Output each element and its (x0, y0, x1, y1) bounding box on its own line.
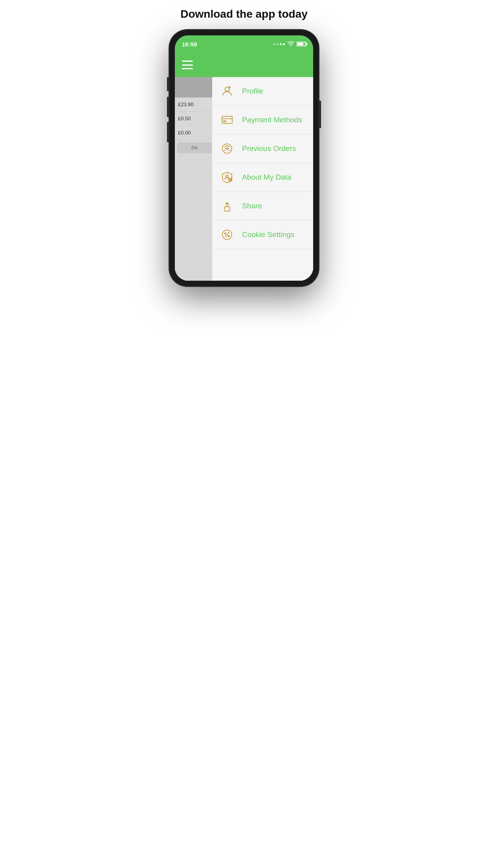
menu-item-profile[interactable]: Profile (212, 77, 313, 106)
dot-2 (277, 43, 279, 45)
page-wrapper: Download the app today 16:59 (163, 8, 325, 286)
hamburger-icon[interactable] (182, 61, 193, 69)
status-icons (273, 41, 306, 47)
vol-down-button (167, 122, 169, 142)
svg-point-18 (226, 236, 226, 237)
status-bar: 16:59 (175, 35, 313, 53)
hamburger-line-3 (182, 68, 193, 69)
signal-dots (273, 43, 285, 45)
svg-line-6 (224, 150, 226, 151)
hamburger-line-1 (182, 61, 193, 62)
about-my-data-icon (220, 170, 234, 184)
svg-point-16 (228, 232, 229, 233)
app-header (175, 53, 313, 77)
phone-frame: 16:59 (169, 30, 319, 286)
previous-orders-label: Previous Orders (242, 144, 296, 153)
status-time: 16:59 (182, 41, 197, 48)
app-content: £23.90 £0.50 £0.00 5% (175, 53, 313, 281)
battery-icon (297, 42, 306, 46)
phone-screen: 16:59 (175, 35, 313, 281)
left-panel: £23.90 £0.50 £0.00 5% (175, 77, 214, 281)
menu-item-payment-methods[interactable]: Payment Methods (212, 106, 313, 134)
vol-up-button (167, 97, 169, 117)
svg-point-0 (290, 46, 291, 46)
svg-rect-12 (224, 207, 230, 211)
power-button (319, 101, 321, 128)
dot-1 (273, 43, 275, 45)
about-my-data-label: About My Data (242, 173, 292, 182)
menu-item-share[interactable]: Share (212, 192, 313, 221)
hamburger-line-2 (182, 64, 193, 66)
menu-item-cookie-settings[interactable]: Cookie Settings (212, 221, 313, 249)
menu-item-previous-orders[interactable]: Previous Orders (212, 134, 313, 163)
menu-item-about-my-data[interactable]: About My Data (212, 163, 313, 192)
payment-methods-icon (220, 113, 234, 127)
promo-btn[interactable]: 5% (177, 142, 212, 153)
payment-methods-label: Payment Methods (242, 116, 302, 124)
cookie-settings-label: Cookie Settings (242, 230, 294, 239)
svg-rect-4 (224, 121, 226, 122)
price-item-3: £0.00 (175, 126, 214, 140)
page-headline: Download the app today (176, 8, 312, 20)
svg-point-15 (225, 233, 226, 234)
svg-point-10 (226, 175, 228, 177)
battery-fill (298, 43, 303, 45)
left-panel-dark (175, 77, 214, 97)
svg-point-17 (228, 236, 229, 237)
drawer-menu: Profile Payment Methods (212, 77, 313, 281)
drawer-bottom (212, 249, 313, 281)
cookie-settings-icon (220, 228, 234, 242)
price-item-1: £23.90 (175, 97, 214, 112)
wifi-icon (287, 41, 294, 46)
profile-icon (220, 84, 234, 98)
svg-point-19 (227, 234, 227, 235)
share-icon (220, 199, 234, 213)
previous-orders-icon (220, 142, 234, 156)
dot-4 (283, 43, 285, 45)
price-item-2: £0.50 (175, 112, 214, 126)
dot-3 (280, 43, 282, 45)
svg-line-7 (229, 150, 230, 151)
svg-rect-2 (222, 116, 232, 123)
share-label: Share (242, 202, 262, 210)
profile-label: Profile (242, 87, 263, 96)
